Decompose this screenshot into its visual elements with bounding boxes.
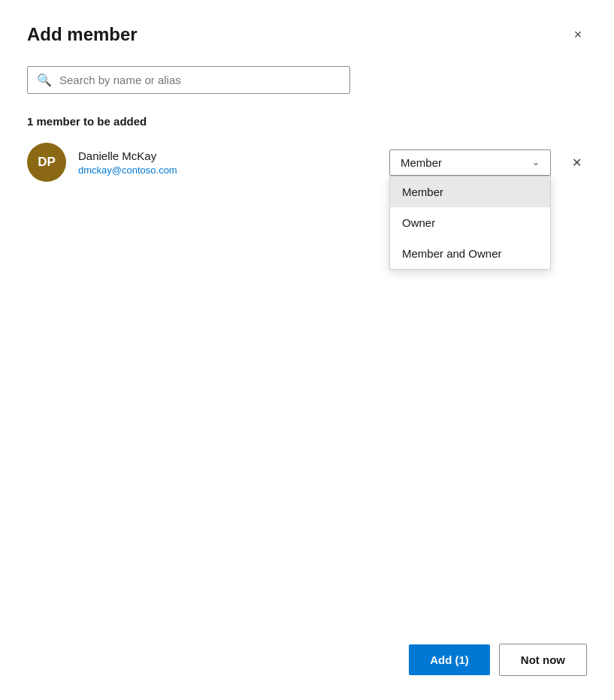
remove-member-button[interactable]: ✕ [566,152,587,173]
dropdown-item-member[interactable]: Member [390,177,550,207]
not-now-button[interactable]: Not now [499,644,587,676]
search-input[interactable] [59,74,340,86]
dialog-footer: Add (1) Not now [409,644,587,676]
close-icon: ✕ [572,155,582,170]
search-icon: 🔍 [37,73,52,87]
dialog-close-button[interactable]: × [569,26,587,44]
member-email: dmckay@contoso.com [78,164,377,176]
dropdown-item-owner[interactable]: Owner [390,207,550,238]
chevron-down-icon: ⌄ [532,157,540,167]
avatar: DP [27,143,66,182]
add-button[interactable]: Add (1) [409,644,490,675]
dropdown-item-member-and-owner[interactable]: Member and Owner [390,238,550,269]
member-row: DP Danielle McKay dmckay@contoso.com Mem… [27,143,587,182]
add-member-dialog: Add member × 🔍 1 member to be added DP D… [0,0,614,700]
member-name: Danielle McKay [78,149,377,162]
role-dropdown[interactable]: Member ⌄ [389,149,551,176]
dialog-title: Add member [27,24,138,45]
members-count-label: 1 member to be added [27,115,587,128]
member-info: Danielle McKay dmckay@contoso.com [78,149,377,176]
role-dropdown-value: Member [401,156,442,169]
search-container: 🔍 [27,66,587,94]
search-box: 🔍 [27,66,350,94]
role-dropdown-wrapper: Member ⌄ Member Owner Member and Owner [389,149,551,176]
dialog-header: Add member × [27,24,587,45]
role-dropdown-menu: Member Owner Member and Owner [389,176,551,270]
